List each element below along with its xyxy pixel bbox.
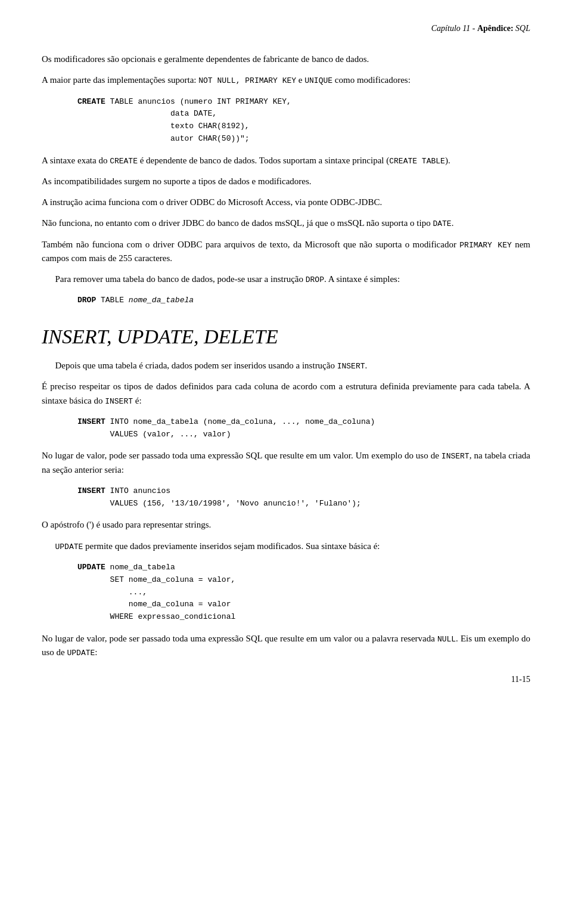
update-line-2: SET nome_da_coluna = valor,	[77, 574, 530, 587]
paragraph-11: O apóstrofo (') é usado para representar…	[42, 518, 530, 532]
not-null-code: NOT NULL, PRIMARY KEY	[198, 76, 296, 85]
update-block: UPDATE nome_da_tabela SET nome_da_coluna…	[77, 562, 530, 624]
paragraph-2: A maior parte das implementações suporta…	[42, 73, 530, 87]
drop-table-name: nome_da_tabela	[129, 296, 194, 305]
insert-anuncios-line-1: INSERT INTO anuncios	[77, 485, 530, 498]
paragraph-3: A sintaxe exata do CREATE é dependente d…	[42, 154, 530, 168]
create-line-2: data DATE,	[77, 108, 530, 120]
create-line-3: texto CHAR(8192),	[77, 120, 530, 133]
paragraph-9: Para remover uma tabela do banco de dado…	[42, 272, 530, 286]
page-header: Capítulo 11 - Apêndice: SQL	[42, 24, 530, 36]
update-line-3: ...,	[77, 587, 530, 599]
insert-inline-code3: INSERT	[442, 452, 470, 461]
paragraph-7: Não funciona, no entanto com o driver JD…	[42, 216, 530, 230]
paragraph-12: UPDATE permite que dados previamente ins…	[42, 539, 530, 553]
paragraph-10: No lugar de valor, pode ser passado toda…	[42, 449, 530, 477]
update-line-1: UPDATE nome_da_tabela	[77, 562, 530, 574]
update-line-5: WHERE expressao_condicional	[77, 611, 530, 624]
insert-line-2: VALUES (valor, ..., valor)	[77, 429, 530, 441]
insert-line-1: INSERT INTO nome_da_tabela (nome_da_colu…	[77, 416, 530, 429]
header-text: Capítulo 11 - Apêndice: SQL	[431, 24, 530, 33]
page: Capítulo 11 - Apêndice: SQL Os modificad…	[0, 0, 572, 702]
insert-inline-code2: INSERT	[105, 397, 133, 406]
create-table-block: CREATE TABLE anuncios (numero INT PRIMAR…	[77, 96, 530, 145]
insert-anuncios-line-2: VALUES (156, '13/10/1998', 'Novo anuncio…	[77, 498, 530, 510]
page-footer: 11-15	[511, 675, 530, 684]
create-code: CREATE	[110, 157, 138, 166]
create-table-code: CREATE TABLE	[389, 157, 445, 166]
section-title-insert-update-delete: INSERT, UPDATE, DELETE	[42, 325, 530, 349]
header-bold: Apêndice:	[477, 24, 514, 33]
paragraph-8: Também não funciona com o driver ODBC pa…	[42, 238, 530, 266]
unique-code: UNIQUE	[304, 76, 332, 85]
paragraph-5: As incompatibilidades surgem no suporte …	[42, 175, 530, 188]
section-paragraph-2: É preciso respeitar os tipos de dados de…	[42, 380, 530, 408]
drop-block: DROP TABLE nome_da_tabela	[77, 294, 530, 307]
paragraph-1: Os modificadores são opcionais e geralme…	[42, 52, 530, 66]
create-line-4: autor CHAR(50))";	[77, 133, 530, 145]
paragraph-6: A instrução acima funciona com o driver …	[42, 196, 530, 209]
primary-key-code: PRIMARY KEY	[459, 241, 511, 250]
null-code: NULL	[437, 635, 456, 644]
update-line-4: nome_da_coluna = valor	[77, 599, 530, 611]
insert-anuncios-block: INSERT INTO anuncios VALUES (156, '13/10…	[77, 485, 530, 510]
drop-inline-code: DROP	[306, 275, 324, 284]
date-code: DATE	[433, 219, 451, 228]
drop-keyword: DROP	[77, 296, 96, 305]
update-inline-code: UPDATE	[55, 542, 83, 551]
section-paragraph-1: Depois que uma tabela é criada, dados po…	[42, 359, 530, 373]
update-inline-code2: UPDATE	[67, 649, 95, 658]
insert-inline-code: INSERT	[337, 362, 365, 371]
create-line-1: CREATE TABLE anuncios (numero INT PRIMAR…	[77, 96, 530, 108]
insert-block: INSERT INTO nome_da_tabela (nome_da_colu…	[77, 416, 530, 441]
paragraph-13: No lugar de valor, pode ser passado toda…	[42, 632, 530, 660]
